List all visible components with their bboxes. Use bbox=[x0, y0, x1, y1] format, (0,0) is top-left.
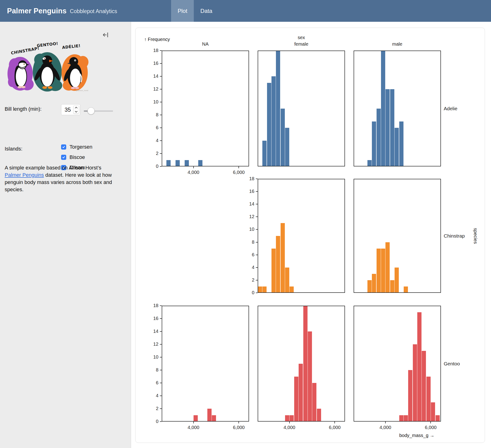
y-tick-label: 10 bbox=[243, 227, 255, 232]
row-label-Adelie: Adelie bbox=[444, 106, 457, 111]
sidebar-collapse-icon[interactable] bbox=[102, 32, 109, 38]
x-tick-label: 6,000 bbox=[416, 425, 445, 430]
y-tick bbox=[160, 89, 162, 89]
y-tick bbox=[160, 76, 162, 76]
label-adelie: ADÉLIE! bbox=[62, 43, 81, 50]
y-tick-label: 14 bbox=[147, 329, 159, 334]
y-tick bbox=[256, 204, 258, 204]
x-tick-label: 4,000 bbox=[275, 425, 303, 430]
facet-frame-adelie-male bbox=[354, 51, 441, 166]
y-tick bbox=[160, 370, 162, 370]
navbar: Palmer Penguins Cobblepot Analytics Plot… bbox=[0, 0, 491, 22]
row-label-Gentoo: Gentoo bbox=[444, 361, 460, 367]
y-tick bbox=[160, 357, 162, 357]
y-tick-label: 12 bbox=[243, 214, 255, 219]
y-tick bbox=[256, 293, 258, 293]
y-tick bbox=[256, 179, 258, 179]
tab-data[interactable]: Data bbox=[194, 0, 219, 22]
stepper-up-icon bbox=[74, 106, 79, 110]
y-tick bbox=[160, 102, 162, 102]
y-tick-label: 4 bbox=[147, 138, 159, 143]
label-chinstrap: CHINSTRAP! bbox=[10, 46, 39, 56]
y-tick-label: 18 bbox=[147, 303, 159, 308]
x-tick-label: 4,000 bbox=[371, 425, 399, 430]
plot-area: ↑ FrequencysexNAfemalemaleAdelieChinstra… bbox=[135, 28, 485, 443]
island-checkbox-label: Biscoe bbox=[69, 154, 85, 160]
y-tick bbox=[160, 166, 162, 167]
facet-frame-gentoo-na bbox=[162, 306, 249, 421]
y-tick bbox=[256, 280, 258, 280]
x-tick bbox=[238, 166, 239, 168]
x-tick-label: 6,000 bbox=[225, 170, 253, 175]
y-tick-label: 8 bbox=[147, 112, 159, 117]
y-tick bbox=[160, 305, 162, 306]
y-tick-label: 16 bbox=[147, 61, 159, 66]
label-gentoo: GENTOO! bbox=[37, 41, 58, 48]
y-tick-label: 4 bbox=[243, 265, 255, 270]
y-tick-label: 6 bbox=[147, 380, 159, 385]
tab-plot[interactable]: Plot bbox=[171, 0, 194, 22]
plot-card: ↑ FrequencysexNAfemalemaleAdelieChinstra… bbox=[135, 28, 485, 443]
facet-frame-adelie-na bbox=[162, 51, 249, 166]
y-tick-label: 18 bbox=[147, 48, 159, 53]
y-tick bbox=[160, 331, 162, 332]
app-window: Palmer Penguins Cobblepot Analytics Plot… bbox=[0, 0, 491, 448]
y-axis-title: ↑ Frequency bbox=[144, 37, 170, 42]
y-tick bbox=[160, 318, 162, 319]
facet-frame-adelie-female bbox=[258, 51, 345, 166]
bill-length-label: Bill length (min): bbox=[5, 106, 42, 112]
checkbox-checked-icon[interactable] bbox=[61, 155, 66, 160]
row-label-Chinstrap: Chinstrap bbox=[444, 233, 465, 239]
bill-length-slider[interactable] bbox=[84, 107, 113, 114]
y-tick-label: 18 bbox=[243, 176, 255, 181]
col-header-NA: NA bbox=[202, 41, 209, 47]
sidebar: CHINSTRAP! GENTOO! ADÉLIE! @allison_hors… bbox=[0, 22, 131, 448]
x-tick bbox=[430, 421, 431, 423]
y-tick-label: 2 bbox=[147, 151, 159, 156]
y-tick-label: 8 bbox=[243, 239, 255, 245]
y-tick-label: 6 bbox=[243, 252, 255, 257]
y-tick bbox=[256, 255, 258, 255]
col-axis-title: sex bbox=[298, 35, 305, 40]
palmer-penguins-link[interactable]: Palmer Penguins bbox=[5, 172, 44, 178]
x-tick-label: 4,000 bbox=[179, 170, 208, 175]
y-tick bbox=[256, 267, 258, 268]
facet-frame-gentoo-male bbox=[354, 306, 441, 421]
row-axis-title: species bbox=[473, 228, 478, 244]
description-text-pre: A simple example based on Allison Horst’… bbox=[5, 165, 101, 171]
artwork-credit: @allison_horst bbox=[76, 89, 88, 92]
app-title: Palmer Penguins bbox=[7, 7, 67, 15]
x-tick-label: 6,000 bbox=[321, 425, 349, 430]
x-tick bbox=[193, 421, 194, 423]
app-subtitle: Cobblepot Analytics bbox=[70, 8, 117, 15]
x-tick bbox=[238, 421, 239, 423]
y-tick bbox=[160, 344, 162, 344]
island-checkbox-biscoe[interactable]: Biscoe bbox=[61, 154, 93, 161]
island-checkbox-torgersen[interactable]: Torgersen bbox=[61, 143, 93, 151]
y-tick-label: 10 bbox=[147, 99, 159, 105]
y-tick-label: 14 bbox=[147, 74, 159, 79]
y-tick-label: 2 bbox=[243, 277, 255, 283]
y-tick bbox=[160, 115, 162, 115]
facet-frame-gentoo-female bbox=[258, 306, 345, 421]
bill-length-stepper[interactable] bbox=[73, 105, 79, 114]
navbar-title-group: Palmer Penguins Cobblepot Analytics bbox=[7, 0, 117, 22]
bill-length-control: Bill length (min): bbox=[5, 104, 126, 118]
y-tick-label: 10 bbox=[147, 354, 159, 360]
y-tick-label: 16 bbox=[147, 316, 159, 321]
y-tick-label: 0 bbox=[243, 290, 255, 295]
facet-frame-chinstrap-male bbox=[354, 179, 441, 293]
slider-thumb[interactable] bbox=[87, 107, 94, 114]
x-tick-label: 4,000 bbox=[179, 425, 208, 430]
x-tick-label: 6,000 bbox=[225, 425, 253, 430]
y-tick bbox=[160, 50, 162, 51]
y-tick bbox=[256, 217, 258, 217]
sidebar-description: A simple example based on Allison Horst’… bbox=[5, 164, 116, 193]
nav-tabs: PlotData bbox=[171, 0, 219, 22]
checkbox-checked-icon[interactable] bbox=[61, 144, 66, 150]
y-tick bbox=[160, 128, 162, 128]
y-tick bbox=[256, 229, 258, 230]
y-tick-label: 12 bbox=[147, 86, 159, 92]
y-tick bbox=[160, 409, 162, 409]
y-tick-label: 12 bbox=[147, 342, 159, 347]
